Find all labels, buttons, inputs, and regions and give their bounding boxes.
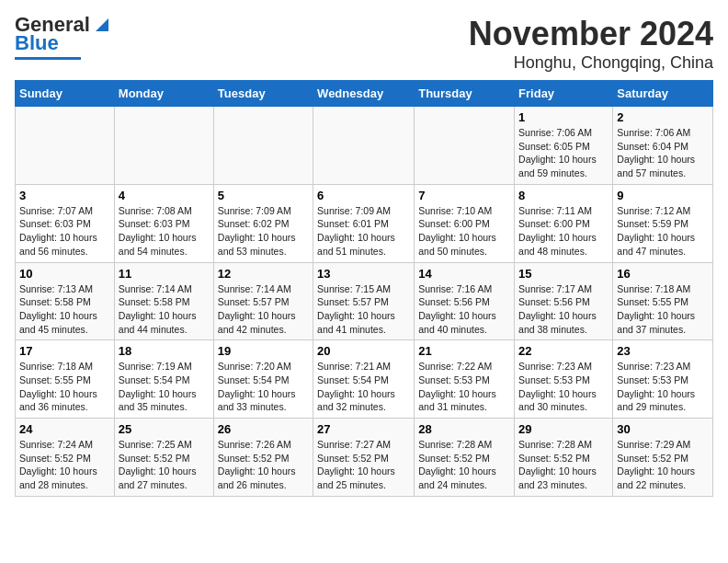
day-cell: 15Sunrise: 7:17 AMSunset: 5:56 PMDayligh… — [515, 262, 613, 340]
day-info: Sunrise: 7:25 AMSunset: 5:52 PMDaylight:… — [119, 438, 210, 492]
logo: General Blue — [15, 15, 112, 60]
day-number: 17 — [19, 344, 110, 358]
day-number: 21 — [418, 344, 510, 358]
day-cell: 20Sunrise: 7:21 AMSunset: 5:54 PMDayligh… — [313, 340, 415, 419]
day-number: 13 — [317, 267, 410, 281]
day-number: 26 — [218, 422, 309, 436]
day-info: Sunrise: 7:15 AMSunset: 5:57 PMDaylight:… — [317, 282, 410, 337]
day-number: 22 — [518, 344, 609, 358]
day-info: Sunrise: 7:06 AMSunset: 6:04 PMDaylight:… — [617, 126, 709, 180]
day-cell — [213, 107, 313, 185]
day-cell — [313, 107, 415, 185]
day-cell: 10Sunrise: 7:13 AMSunset: 5:58 PMDayligh… — [16, 262, 115, 340]
day-cell: 27Sunrise: 7:27 AMSunset: 5:52 PMDayligh… — [313, 419, 415, 497]
day-info: Sunrise: 7:08 AMSunset: 6:03 PMDaylight:… — [119, 204, 210, 259]
day-number: 7 — [418, 189, 510, 202]
day-cell: 29Sunrise: 7:28 AMSunset: 5:52 PMDayligh… — [515, 419, 613, 497]
day-number: 10 — [19, 267, 110, 281]
day-number: 29 — [518, 422, 609, 436]
day-number: 28 — [418, 422, 510, 436]
week-row-1: 1Sunrise: 7:06 AMSunset: 6:05 PMDaylight… — [16, 107, 713, 185]
col-header-saturday: Saturday — [613, 81, 713, 107]
logo-underline — [15, 57, 81, 60]
day-info: Sunrise: 7:10 AMSunset: 6:00 PMDaylight:… — [418, 204, 510, 259]
day-info: Sunrise: 7:28 AMSunset: 5:52 PMDaylight:… — [418, 438, 510, 492]
day-cell: 28Sunrise: 7:28 AMSunset: 5:52 PMDayligh… — [415, 419, 515, 497]
day-cell: 18Sunrise: 7:19 AMSunset: 5:54 PMDayligh… — [114, 340, 213, 419]
day-cell: 5Sunrise: 7:09 AMSunset: 6:02 PMDaylight… — [213, 184, 313, 262]
day-number: 23 — [617, 344, 709, 358]
day-cell: 11Sunrise: 7:14 AMSunset: 5:58 PMDayligh… — [114, 262, 213, 340]
day-number: 25 — [119, 422, 210, 436]
header: General Blue November 2024 Honghu, Chong… — [15, 15, 713, 73]
day-info: Sunrise: 7:28 AMSunset: 5:52 PMDaylight:… — [518, 438, 609, 492]
day-cell: 7Sunrise: 7:10 AMSunset: 6:00 PMDaylight… — [415, 184, 515, 262]
day-info: Sunrise: 7:09 AMSunset: 6:02 PMDaylight:… — [218, 204, 309, 259]
day-info: Sunrise: 7:11 AMSunset: 6:00 PMDaylight:… — [518, 204, 609, 259]
day-number: 8 — [518, 189, 609, 202]
logo-arrow-icon — [92, 15, 112, 35]
day-number: 12 — [218, 267, 309, 281]
day-number: 24 — [19, 422, 110, 436]
header-row: SundayMondayTuesdayWednesdayThursdayFrid… — [16, 81, 713, 107]
day-cell: 1Sunrise: 7:06 AMSunset: 6:05 PMDaylight… — [515, 107, 613, 185]
day-info: Sunrise: 7:16 AMSunset: 5:56 PMDaylight:… — [418, 282, 510, 337]
location-title: Honghu, Chongqing, China — [469, 53, 713, 73]
day-info: Sunrise: 7:24 AMSunset: 5:52 PMDaylight:… — [19, 438, 110, 492]
day-info: Sunrise: 7:21 AMSunset: 5:54 PMDaylight:… — [317, 360, 410, 414]
logo-blue-text: Blue — [15, 31, 59, 55]
day-number: 27 — [317, 422, 410, 436]
day-info: Sunrise: 7:09 AMSunset: 6:01 PMDaylight:… — [317, 204, 410, 259]
col-header-sunday: Sunday — [16, 81, 115, 107]
day-cell: 25Sunrise: 7:25 AMSunset: 5:52 PMDayligh… — [114, 419, 213, 497]
day-number: 6 — [317, 189, 410, 202]
day-info: Sunrise: 7:17 AMSunset: 5:56 PMDaylight:… — [518, 282, 609, 337]
day-number: 3 — [19, 189, 110, 202]
day-info: Sunrise: 7:26 AMSunset: 5:52 PMDaylight:… — [218, 438, 309, 492]
day-number: 16 — [617, 267, 709, 281]
day-number: 20 — [317, 344, 410, 358]
col-header-monday: Monday — [114, 81, 213, 107]
day-cell: 14Sunrise: 7:16 AMSunset: 5:56 PMDayligh… — [415, 262, 515, 340]
day-cell: 22Sunrise: 7:23 AMSunset: 5:53 PMDayligh… — [515, 340, 613, 419]
day-info: Sunrise: 7:23 AMSunset: 5:53 PMDaylight:… — [617, 360, 709, 414]
day-cell: 17Sunrise: 7:18 AMSunset: 5:55 PMDayligh… — [16, 340, 115, 419]
day-number: 19 — [218, 344, 309, 358]
day-cell: 19Sunrise: 7:20 AMSunset: 5:54 PMDayligh… — [213, 340, 313, 419]
day-cell: 12Sunrise: 7:14 AMSunset: 5:57 PMDayligh… — [213, 262, 313, 340]
day-info: Sunrise: 7:29 AMSunset: 5:52 PMDaylight:… — [617, 438, 709, 492]
month-title: November 2024 — [469, 15, 713, 53]
title-section: November 2024 Honghu, Chongqing, China — [469, 15, 713, 73]
week-row-3: 10Sunrise: 7:13 AMSunset: 5:58 PMDayligh… — [16, 262, 713, 340]
svg-marker-0 — [96, 18, 108, 31]
day-cell: 24Sunrise: 7:24 AMSunset: 5:52 PMDayligh… — [16, 419, 115, 497]
day-info: Sunrise: 7:18 AMSunset: 5:55 PMDaylight:… — [19, 360, 110, 414]
day-info: Sunrise: 7:27 AMSunset: 5:52 PMDaylight:… — [317, 438, 410, 492]
day-info: Sunrise: 7:23 AMSunset: 5:53 PMDaylight:… — [518, 360, 609, 414]
col-header-thursday: Thursday — [415, 81, 515, 107]
day-cell: 23Sunrise: 7:23 AMSunset: 5:53 PMDayligh… — [613, 340, 713, 419]
day-info: Sunrise: 7:14 AMSunset: 5:57 PMDaylight:… — [218, 282, 309, 337]
day-info: Sunrise: 7:12 AMSunset: 5:59 PMDaylight:… — [617, 204, 709, 259]
day-cell: 3Sunrise: 7:07 AMSunset: 6:03 PMDaylight… — [16, 184, 115, 262]
calendar-table: SundayMondayTuesdayWednesdayThursdayFrid… — [15, 80, 713, 497]
day-info: Sunrise: 7:13 AMSunset: 5:58 PMDaylight:… — [19, 282, 110, 337]
day-info: Sunrise: 7:07 AMSunset: 6:03 PMDaylight:… — [19, 204, 110, 259]
day-cell: 9Sunrise: 7:12 AMSunset: 5:59 PMDaylight… — [613, 184, 713, 262]
day-number: 30 — [617, 422, 709, 436]
day-cell — [16, 107, 115, 185]
day-cell: 26Sunrise: 7:26 AMSunset: 5:52 PMDayligh… — [213, 419, 313, 497]
week-row-2: 3Sunrise: 7:07 AMSunset: 6:03 PMDaylight… — [16, 184, 713, 262]
day-info: Sunrise: 7:06 AMSunset: 6:05 PMDaylight:… — [518, 126, 609, 180]
day-cell: 8Sunrise: 7:11 AMSunset: 6:00 PMDaylight… — [515, 184, 613, 262]
day-cell: 16Sunrise: 7:18 AMSunset: 5:55 PMDayligh… — [613, 262, 713, 340]
day-number: 18 — [119, 344, 210, 358]
day-cell: 6Sunrise: 7:09 AMSunset: 6:01 PMDaylight… — [313, 184, 415, 262]
day-info: Sunrise: 7:22 AMSunset: 5:53 PMDaylight:… — [418, 360, 510, 414]
col-header-tuesday: Tuesday — [213, 81, 313, 107]
col-header-wednesday: Wednesday — [313, 81, 415, 107]
day-cell: 2Sunrise: 7:06 AMSunset: 6:04 PMDaylight… — [613, 107, 713, 185]
day-info: Sunrise: 7:14 AMSunset: 5:58 PMDaylight:… — [119, 282, 210, 337]
day-cell: 4Sunrise: 7:08 AMSunset: 6:03 PMDaylight… — [114, 184, 213, 262]
day-number: 1 — [518, 110, 609, 124]
